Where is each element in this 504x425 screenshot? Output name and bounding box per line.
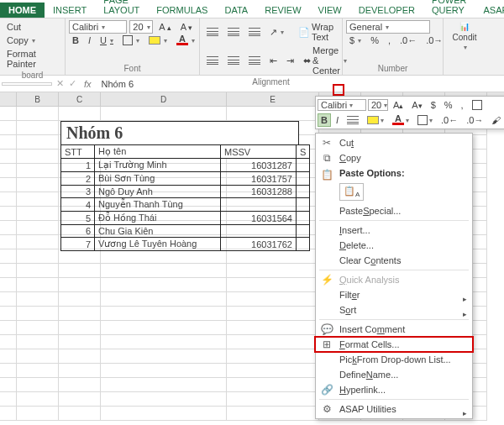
cell[interactable]	[101, 307, 227, 321]
cell[interactable]	[101, 378, 227, 392]
cell[interactable]	[17, 407, 59, 421]
mini-comma[interactable]: ,	[458, 98, 467, 112]
cell-mssv[interactable]	[221, 225, 297, 238]
cell[interactable]	[17, 278, 59, 292]
tab-formulas[interactable]: FORMULAS	[148, 3, 216, 18]
column-header[interactable]	[0, 92, 17, 106]
align-right-button[interactable]	[245, 55, 264, 66]
mini-italic[interactable]: I	[333, 113, 342, 127]
cell-hoten[interactable]: Nguyễn Thanh Tùng	[95, 198, 221, 212]
menu-delete[interactable]: Delete...	[316, 238, 472, 253]
cell[interactable]	[0, 192, 17, 207]
table-title[interactable]: Nhóm 6	[60, 121, 299, 144]
menu-copy[interactable]: ⧉Copy	[316, 150, 472, 165]
cell-stt[interactable]: 5	[61, 212, 95, 225]
data-table[interactable]: STT Họ tên MSSV S 1 Lại Trường Minh 1603…	[60, 144, 310, 251]
cell[interactable]	[101, 335, 227, 349]
menu-define-name[interactable]: Define Name...	[316, 367, 472, 382]
formula-input[interactable]: Nhóm 6	[97, 78, 504, 90]
cell[interactable]	[59, 264, 101, 278]
cell[interactable]	[101, 264, 227, 278]
tab-insert[interactable]: INSERT	[45, 3, 95, 18]
enter-icon[interactable]: ✓	[66, 78, 79, 89]
cell[interactable]	[17, 307, 59, 321]
cell[interactable]	[59, 378, 101, 392]
accounting-button[interactable]: $	[346, 34, 365, 47]
cell[interactable]	[17, 335, 59, 349]
cell-hoten[interactable]: Lại Trường Minh	[95, 159, 221, 172]
wrap-text-button[interactable]: 📄 Wrap Text	[295, 20, 339, 44]
menu-insert[interactable]: Insert...	[316, 223, 472, 238]
column-header[interactable]: D	[101, 92, 227, 106]
percent-button[interactable]: %	[367, 34, 382, 47]
cell[interactable]	[0, 364, 17, 378]
menu-pick-from-drop-down-list[interactable]: Pick From Drop-down List...	[316, 352, 472, 367]
cell[interactable]	[101, 249, 227, 264]
menu-paste-special[interactable]: Paste Special...	[316, 203, 472, 218]
cell[interactable]	[59, 321, 101, 335]
cell-hoten[interactable]: Bùi Sơn Tùng	[95, 172, 221, 186]
mini-borders[interactable]	[469, 98, 486, 112]
cell[interactable]	[17, 235, 59, 249]
cell[interactable]	[0, 264, 17, 278]
font-name-select[interactable]: Calibri	[69, 20, 127, 34]
name-box[interactable]	[2, 82, 52, 86]
underline-button[interactable]: U	[97, 34, 117, 47]
cell-stt[interactable]: 7	[61, 238, 95, 251]
mini-inc-decimal[interactable]: .0→	[463, 113, 486, 127]
cell-stt[interactable]: 3	[61, 186, 95, 198]
cell[interactable]	[17, 164, 59, 178]
mini-border2[interactable]	[414, 113, 436, 127]
header-sdt[interactable]: S	[297, 145, 310, 159]
cell-sdt[interactable]	[297, 238, 310, 251]
align-center-button[interactable]	[224, 55, 243, 66]
cell[interactable]	[59, 292, 101, 307]
cell[interactable]	[101, 407, 227, 421]
tab-power-query[interactable]: POWER QUERY	[423, 0, 475, 18]
cell[interactable]	[227, 321, 319, 335]
cell[interactable]	[0, 378, 17, 392]
align-bottom-button[interactable]	[245, 26, 264, 38]
cell-sdt[interactable]	[297, 186, 310, 198]
mini-shrink-font[interactable]: A▾	[408, 98, 425, 112]
cell[interactable]	[59, 278, 101, 292]
cell-mssv[interactable]: 16031564	[221, 212, 297, 225]
cell[interactable]	[101, 349, 227, 364]
bold-button[interactable]: B	[69, 34, 82, 47]
menu-sort[interactable]: Sort	[316, 302, 472, 317]
cell[interactable]	[227, 249, 319, 264]
cell[interactable]	[17, 349, 59, 364]
cell-stt[interactable]: 1	[61, 159, 95, 172]
cell[interactable]	[59, 349, 101, 364]
mini-font-select[interactable]: Calibri	[318, 99, 366, 111]
cell[interactable]	[227, 307, 319, 321]
menu-hyperlink[interactable]: 🔗Hyperlink...	[316, 382, 472, 397]
cell-hoten[interactable]: Chu Gia Kiên	[95, 225, 221, 238]
tab-asap[interactable]: ASAP	[475, 3, 504, 18]
mini-format-painter[interactable]: 🖌	[488, 113, 504, 127]
cell[interactable]	[17, 135, 59, 150]
cell-hoten[interactable]: Đỗ Hồng Thái	[95, 212, 221, 225]
mini-font-color[interactable]: A	[389, 113, 412, 127]
orientation-button[interactable]: ↗	[266, 25, 287, 39]
header-mssv[interactable]: MSSV	[221, 145, 297, 159]
cell-stt[interactable]: 2	[61, 172, 95, 186]
cell-hoten[interactable]: Ngô Duy Anh	[95, 186, 221, 198]
cell[interactable]	[227, 349, 319, 364]
menu-clear-contents[interactable]: Clear Contents	[316, 253, 472, 268]
cell[interactable]	[0, 207, 17, 221]
cell[interactable]	[17, 249, 59, 264]
cell[interactable]	[17, 107, 59, 121]
cell[interactable]	[0, 392, 17, 407]
cell[interactable]	[17, 392, 59, 407]
column-header[interactable]: B	[17, 92, 59, 106]
cell[interactable]	[0, 335, 17, 349]
cell[interactable]	[0, 221, 17, 235]
column-header[interactable]: E	[227, 92, 319, 106]
italic-button[interactable]: I	[85, 34, 94, 47]
cell[interactable]	[101, 107, 227, 121]
mini-bold[interactable]: B	[318, 113, 331, 127]
menu-filter[interactable]: Filter	[316, 287, 472, 302]
cell[interactable]	[17, 364, 59, 378]
increase-indent-button[interactable]: ⇥	[283, 54, 297, 68]
